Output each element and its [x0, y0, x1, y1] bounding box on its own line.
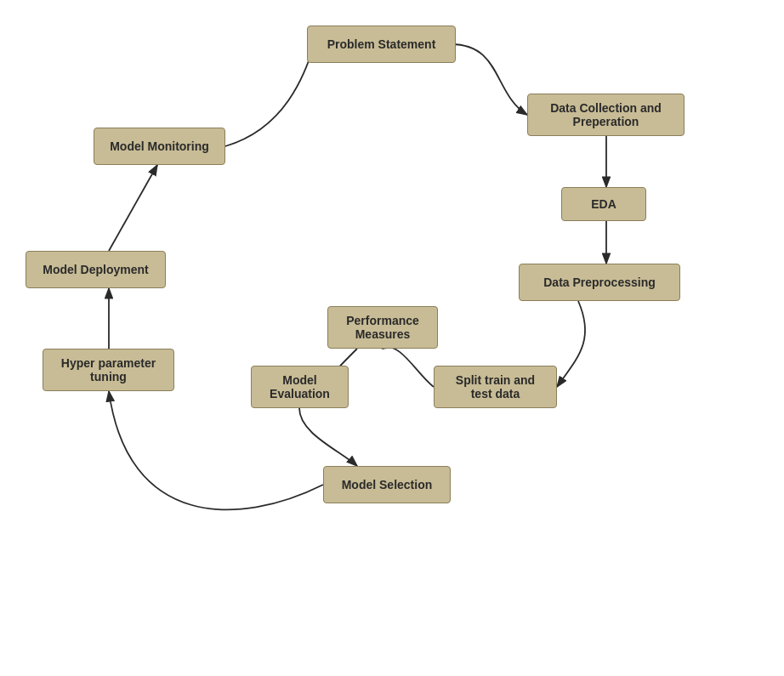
eda: EDA: [561, 187, 646, 221]
model-evaluation: ModelEvaluation: [251, 366, 349, 408]
model-selection: Model Selection: [323, 466, 451, 503]
split-train-test: Split train andtest data: [434, 366, 557, 408]
data-collection: Data Collection andPreperation: [527, 94, 685, 136]
model-deployment: Model Deployment: [26, 251, 166, 288]
problem-statement: Problem Statement: [307, 26, 456, 63]
model-monitoring: Model Monitoring: [94, 128, 225, 165]
hyper-parameter: Hyper parametertuning: [43, 349, 174, 391]
data-preprocessing: Data Preprocessing: [519, 264, 680, 301]
diagram-container: Problem StatementData Collection andPrep…: [0, 0, 784, 676]
performance-measures: PerformanceMeasures: [327, 306, 438, 349]
